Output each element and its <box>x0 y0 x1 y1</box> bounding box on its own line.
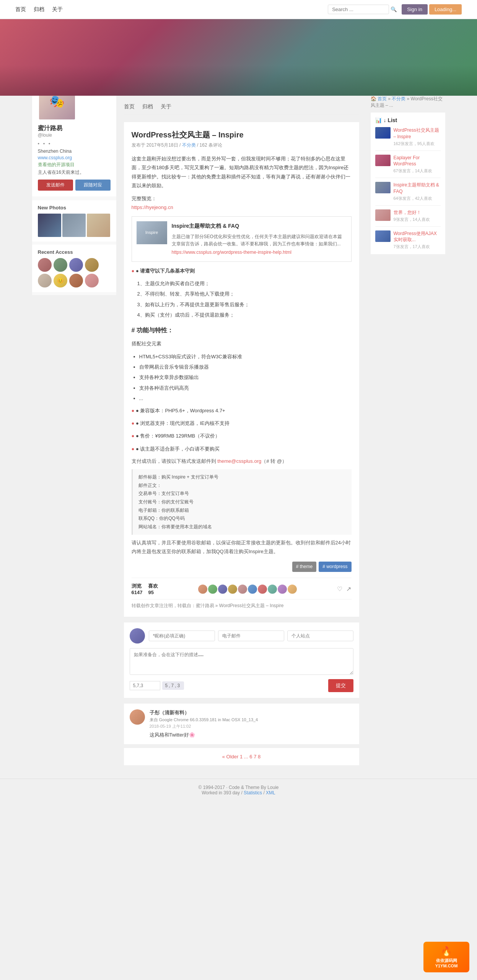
article-date: 发布于 2017年5月18日 <box>132 142 178 148</box>
nav-home[interactable]: 首页 <box>15 6 26 13</box>
photos-grid <box>38 214 111 237</box>
access-avatar-2[interactable] <box>54 258 67 272</box>
article: WordPress社交风主题 – Inspire 发布于 2017年5月18日 … <box>124 122 359 617</box>
profile-opensource: 查看他的开源项目 <box>38 162 111 168</box>
content-nav-about[interactable]: 关于 <box>161 103 171 110</box>
article-category[interactable]: 不分类 <box>182 142 196 148</box>
link-box-url[interactable]: https://www.cssplus.org/wordpress-theme-… <box>172 250 291 255</box>
rule-2: 2、不得衍制、转发、共享给他人下载使用； <box>137 289 352 298</box>
search-input[interactable] <box>328 5 389 14</box>
list-meta-3: 64张发言，42人喜欢 <box>394 196 441 201</box>
attribution: 转载创作文章注注明，转载自：蜜汁路易 » WordPress社交风主题 – In… <box>132 599 352 609</box>
commenter-avatar <box>130 628 145 644</box>
main-nav: 首页 归档 关于 <box>15 6 328 13</box>
profile-website: www.cssplus.org <box>38 155 111 160</box>
list-info-3: Inspire主题帮助文档 & FAQ 64张发言，42人喜欢 <box>394 182 441 201</box>
notice-text: 请认真填写，并且不要使用谷歌邮箱，以保证你能正常接收主题的更新包。收到付款和邮件… <box>132 539 352 555</box>
nickname-input[interactable] <box>149 630 215 641</box>
preview-label: 完整预览： https://hyejeong.cn <box>132 194 352 212</box>
signin-button[interactable]: Sign in <box>402 4 428 15</box>
follow-button[interactable]: 跟随对应 <box>75 180 111 191</box>
features-heading: # 功能与特性： <box>132 325 352 336</box>
main-content: 首页 归档 关于 WordPress社交风主题 – Inspire 发布于 20… <box>116 96 365 779</box>
article-link-box[interactable]: Inspire Inspire主题帮助文档 & FAQ 主题已做了部分SEO优化… <box>132 216 352 261</box>
search-button[interactable]: 🔍 <box>389 5 399 14</box>
liker-av-8 <box>267 584 278 595</box>
comment-avatar-1 <box>130 709 145 725</box>
list-title-4[interactable]: 世界，您好！ <box>394 210 421 215</box>
footer-worked: Worked in 393 day / Statistics / XML <box>6 790 471 795</box>
liker-av-5 <box>237 584 248 595</box>
list-title-1[interactable]: WordPress社交风主题 – Inspire <box>394 127 439 139</box>
list-title-5[interactable]: WordPress使用AJAX实时获取... <box>394 231 437 243</box>
photo-thumb-2[interactable] <box>62 214 86 237</box>
nav-archive[interactable]: 归档 <box>34 6 44 13</box>
profile-name: 蜜汁路易 <box>38 124 111 132</box>
liker-av-7 <box>257 584 268 595</box>
list-title-2[interactable]: Eaplayer For WordPress <box>394 155 420 167</box>
footer-xml[interactable]: XML <box>266 790 275 795</box>
liker-av-4 <box>227 584 238 595</box>
new-photos-title: New Photos <box>38 205 111 211</box>
hero-banner <box>0 19 477 96</box>
list-item-1: WordPress社交风主题 – Inspire 162张发言，95人喜欢 <box>375 127 441 151</box>
list-widget: 📊 ↓ List WordPress社交风主题 – Inspire 162张发言… <box>371 113 445 254</box>
website-link[interactable]: www.cssplus.org <box>38 155 72 160</box>
photo-thumb-3[interactable] <box>87 214 110 237</box>
content-nav-archive[interactable]: 归档 <box>142 103 153 110</box>
list-meta-5: 7张发言，17人喜欢 <box>394 244 441 250</box>
access-avatar-6[interactable]: 😊 <box>54 274 67 287</box>
access-avatar-3[interactable] <box>69 258 83 272</box>
email-payment: 支付账号：你的支付宝账号 <box>138 498 346 506</box>
feature-3: 支持各种文章异步数据输出 <box>139 373 352 382</box>
breadcrumb: 🏠 首页 » 不分类 » WordPress社交风主题 – ... <box>371 96 445 109</box>
access-avatar-1[interactable] <box>38 258 52 272</box>
features-list: HTML5+CSS3响应式设计，符合W3C兼容标准 自带网易云音乐专辑音乐播放器… <box>132 352 352 403</box>
opensource-link[interactable]: 查看他的开源项目 <box>38 162 75 167</box>
preview-url[interactable]: https://hyejeong.cn <box>132 204 173 210</box>
email-address[interactable]: theme@cssplus.org <box>217 458 261 464</box>
feature-5: ... <box>139 394 352 403</box>
captcha-input[interactable] <box>130 681 160 690</box>
rule-1: 1、主题仅允许购买者自己使用； <box>137 279 352 288</box>
liker-av-9 <box>277 584 288 595</box>
content-nav-home[interactable]: 首页 <box>124 103 135 110</box>
article-title: WordPress社交风主题 – Inspire <box>132 130 352 140</box>
recent-access-row: 😊 <box>38 258 111 287</box>
loading-button[interactable]: Loading... <box>429 4 462 15</box>
list-title-3[interactable]: Inspire主题帮助文档 & FAQ <box>394 182 439 194</box>
footer-statistics[interactable]: Statistics <box>244 790 262 795</box>
link-box-content: Inspire主题帮助文档 & FAQ 主题已做了部分SEO优化和安全性优化，任… <box>172 221 347 256</box>
list-thumb-3 <box>375 182 391 193</box>
photo-thumb-1[interactable] <box>38 214 61 237</box>
access-avatar-8[interactable] <box>85 274 99 287</box>
tag-wordpress[interactable]: # wordpress <box>319 562 351 572</box>
article-comments: 162 条评论 <box>200 142 222 148</box>
access-avatar-4[interactable] <box>85 258 99 272</box>
pagination-link[interactable]: « Older 1 ... 6 7 8 <box>222 754 260 760</box>
site-footer: © 1994-2017 · Code & Theme By Louie Work… <box>0 779 477 801</box>
breadcrumb-category[interactable]: 不分类 <box>392 96 405 101</box>
email-transaction: 交易单号：支付宝订单号 <box>138 490 346 498</box>
submit-button[interactable]: 提交 <box>328 679 353 692</box>
share-button[interactable]: ↗ <box>346 585 351 593</box>
site-header: 首页 归档 关于 🔍 Sign in Loading... <box>0 0 477 19</box>
email-input[interactable] <box>218 630 284 641</box>
features-intro: 搭配社交元素 <box>132 339 352 348</box>
access-avatar-7[interactable] <box>69 274 83 287</box>
tags-row: # theme # wordpress <box>132 562 352 572</box>
compat-info: ● 兼容版本：PHP5.6+，Wordpress 4.7+ <box>132 406 352 415</box>
liker-av-6 <box>247 584 258 595</box>
chart-icon: 📊 <box>375 117 382 123</box>
nav-about[interactable]: 关于 <box>52 6 63 13</box>
website-input[interactable] <box>287 630 353 641</box>
access-avatar-5[interactable] <box>38 274 52 287</box>
like-button[interactable]: ♡ <box>337 585 342 593</box>
link-box-thumb: Inspire <box>137 221 167 244</box>
comment-textarea[interactable] <box>130 648 353 675</box>
tag-theme[interactable]: # theme <box>292 562 316 572</box>
list-meta-1: 162张发言，95人喜欢 <box>394 141 441 147</box>
breadcrumb-home[interactable]: 首页 <box>378 96 387 101</box>
send-email-button[interactable]: 发送邮件 <box>38 180 73 191</box>
email-subject: 邮件标题：购买 Inspire + 支付宝订单号 <box>138 473 346 482</box>
